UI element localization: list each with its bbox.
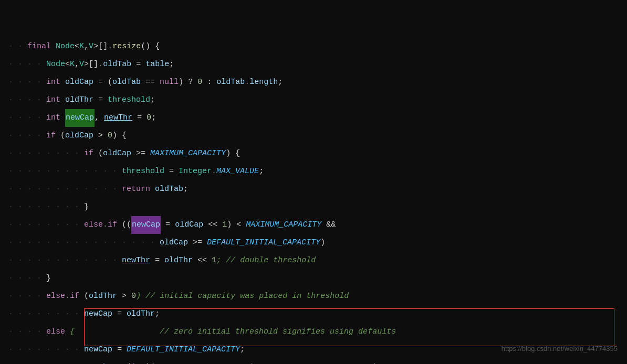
code-line: · · · · · · · · newCap = oldThr; bbox=[0, 305, 627, 323]
indent-dots: · · · · bbox=[8, 109, 46, 127]
indent-dots: · · · · bbox=[8, 73, 46, 91]
indent-dots: · · · · · · · · · · · · · · · · bbox=[8, 234, 160, 252]
code-line: · · · · · · · · · · · · threshold = Inte… bbox=[0, 163, 627, 180]
code-line: · · · · if (oldCap > 0) { bbox=[0, 127, 627, 145]
indent-dots: · · · · · · · · bbox=[8, 145, 84, 163]
code-line: · · · · else.if (oldThr > 0) // initial … bbox=[0, 287, 627, 305]
code-line: · · · · · · · · else.if ((newCap = oldCa… bbox=[0, 216, 627, 234]
indent-dots: · · · · bbox=[8, 127, 46, 145]
code-line: · · · · Node<K,V>[].oldTab = table; bbox=[0, 56, 627, 73]
code-line: · · · · · · · · if (oldCap >= MAXIMUM_CA… bbox=[0, 145, 627, 163]
indent-dots: · · · · bbox=[8, 270, 46, 287]
indent-dots: · · · · bbox=[8, 56, 46, 73]
indent-dots: · · · · · · · · · · · · bbox=[8, 252, 122, 270]
indent-dots: · · · · bbox=[8, 91, 46, 109]
indent-dots: · · · · · · · · bbox=[8, 305, 84, 323]
indent-dots: · · · · · · · · bbox=[8, 359, 84, 364]
code-block: · · final Node<K,V>[].resize() {· · · · … bbox=[0, 0, 627, 364]
code-line: · · · · int newCap, newThr = 0; bbox=[0, 109, 627, 127]
code-line: · · · · } bbox=[0, 270, 627, 287]
code-line: · · · · · · · · · · · · · · · · oldCap >… bbox=[0, 234, 627, 252]
code-line: · · final Node<K,V>[].resize() { bbox=[0, 38, 627, 56]
indent-dots: · · · · bbox=[8, 323, 46, 341]
code-line: · · · · · · · · · · · · newThr = oldThr … bbox=[0, 252, 627, 270]
watermark: https://blog.csdn.net/weixin_44774355 bbox=[501, 340, 618, 358]
code-line: · · · · · · · · newThr = (int)(DEFAULT_L… bbox=[0, 359, 627, 364]
indent-dots: · · · · · · · · · · · · bbox=[8, 163, 122, 180]
code-line: · · · · else { // zero initial threshold… bbox=[0, 323, 627, 341]
code-editor: · · final Node<K,V>[].resize() {· · · · … bbox=[0, 0, 627, 364]
indent-dots: · · bbox=[8, 38, 27, 56]
code-line: · · · · · · · · · · · · return oldTab; bbox=[0, 180, 627, 198]
code-line: · · · · · · · · } bbox=[0, 198, 627, 216]
indent-dots: · · · · · · · · bbox=[8, 216, 84, 234]
indent-dots: · · · · bbox=[8, 287, 46, 305]
indent-dots: · · · · · · · · bbox=[8, 341, 84, 359]
code-line: · · · · int oldThr = threshold; bbox=[0, 91, 627, 109]
indent-dots: · · · · · · · · bbox=[8, 198, 84, 216]
code-line: · · · · int oldCap = (oldTab == null) ? … bbox=[0, 73, 627, 91]
indent-dots: · · · · · · · · · · · · bbox=[8, 180, 122, 198]
